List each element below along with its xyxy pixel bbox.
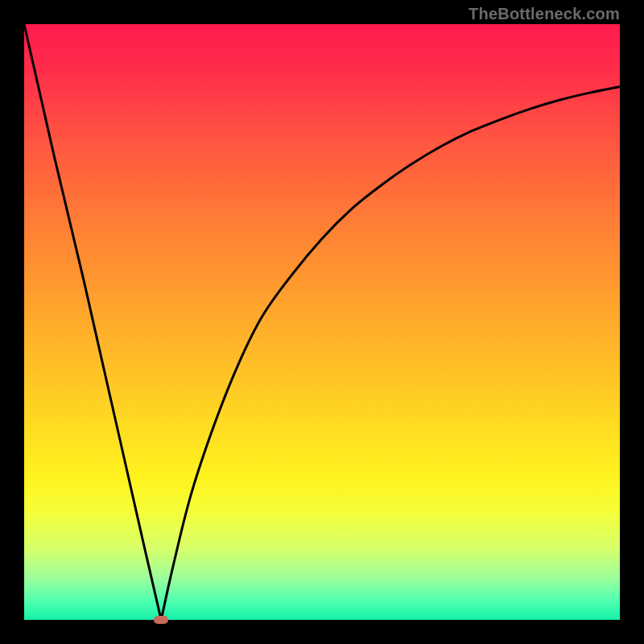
curve-svg xyxy=(24,24,620,620)
chart-frame: TheBottleneck.com xyxy=(0,0,644,644)
curve-right-branch xyxy=(161,87,620,620)
curve-minimum-marker xyxy=(154,616,168,624)
plot-area xyxy=(24,24,620,620)
curve-left-branch xyxy=(24,24,161,620)
watermark-text: TheBottleneck.com xyxy=(469,5,620,23)
